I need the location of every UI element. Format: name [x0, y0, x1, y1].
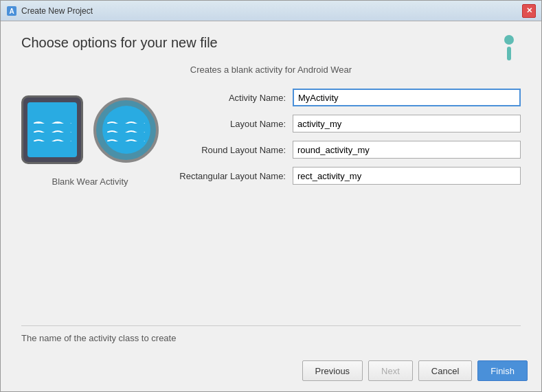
dialog-window: A Create New Project ✕ Choose options fo… [0, 0, 542, 392]
rect-layout-row: Rectangular Layout Name: [172, 167, 521, 185]
device-icons-row [21, 95, 159, 164]
next-button[interactable]: Next [368, 360, 413, 381]
step-line [507, 47, 511, 60]
title-bar: A Create New Project ✕ [1, 1, 541, 21]
page-title: Choose options for your new file [21, 35, 218, 51]
icons-panel: Blank Wear Activity [21, 89, 159, 187]
round-device-icon[interactable] [93, 97, 159, 163]
step-dot [504, 35, 514, 45]
form-panel: Activity Name: Layout Name: Round Layout… [172, 89, 521, 185]
svg-text:A: A [9, 8, 14, 15]
wave-r3 [107, 136, 145, 141]
layout-name-label: Layout Name: [172, 119, 286, 129]
subtitle: Creates a blank activity for Android Wea… [21, 65, 521, 75]
close-button[interactable]: ✕ [522, 4, 536, 18]
window-icon: A [6, 5, 17, 16]
layout-name-input[interactable] [293, 115, 521, 132]
wave-r1 [107, 118, 145, 124]
hint-text: The name of the activity class to create [21, 333, 521, 343]
wave1 [34, 118, 71, 124]
round-screen [102, 106, 150, 154]
rect-layout-label: Rectangular Layout Name: [172, 171, 286, 181]
wave-r2 [107, 127, 145, 132]
wave3 [34, 136, 71, 141]
step-indicator [504, 35, 514, 60]
rect-screen [27, 102, 77, 157]
rect-device-icon[interactable] [21, 95, 83, 164]
window-title: Create New Project [21, 6, 522, 16]
main-section: Blank Wear Activity Activity Name: Layou… [21, 89, 521, 319]
activity-name-row: Activity Name: [172, 89, 521, 106]
round-layout-label: Round Layout Name: [172, 145, 286, 155]
divider [21, 325, 521, 326]
header-row: Choose options for your new file [21, 35, 521, 65]
icon-label: Blank Wear Activity [21, 176, 159, 187]
previous-button[interactable]: Previous [302, 360, 363, 381]
activity-name-label: Activity Name: [172, 93, 286, 103]
footer-buttons: Previous Next Cancel Finish [1, 354, 541, 391]
layout-name-row: Layout Name: [172, 115, 521, 132]
round-layout-input[interactable] [293, 141, 521, 159]
wave2 [34, 127, 71, 132]
cancel-button[interactable]: Cancel [418, 360, 472, 381]
dialog-content: Choose options for your new file Creates… [1, 21, 541, 354]
finish-button[interactable]: Finish [477, 360, 528, 381]
round-layout-row: Round Layout Name: [172, 141, 521, 159]
rect-layout-input[interactable] [293, 167, 521, 185]
activity-name-input[interactable] [293, 89, 521, 106]
